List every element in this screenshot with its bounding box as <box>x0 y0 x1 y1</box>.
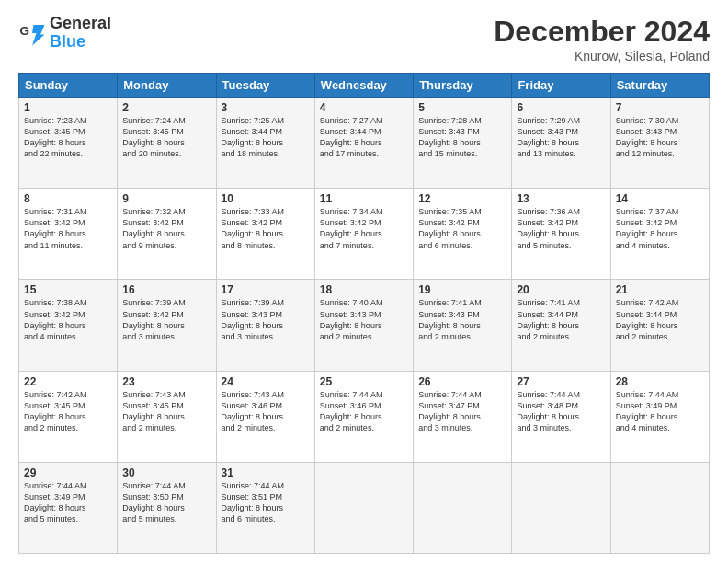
day-cell: 4Sunrise: 7:27 AM Sunset: 3:44 PM Daylig… <box>314 98 413 189</box>
day-info: Sunrise: 7:42 AM Sunset: 3:44 PM Dayligh… <box>616 297 704 342</box>
weekday-monday: Monday <box>118 74 216 98</box>
day-info: Sunrise: 7:23 AM Sunset: 3:45 PM Dayligh… <box>24 115 112 160</box>
day-info: Sunrise: 7:44 AM Sunset: 3:50 PM Dayligh… <box>122 480 210 525</box>
day-cell: 27Sunrise: 7:44 AM Sunset: 3:48 PM Dayli… <box>512 371 610 462</box>
logo-icon: G <box>18 19 46 47</box>
day-cell: 26Sunrise: 7:44 AM Sunset: 3:47 PM Dayli… <box>414 371 512 462</box>
day-number: 24 <box>222 375 310 388</box>
day-cell: 28Sunrise: 7:44 AM Sunset: 3:49 PM Dayli… <box>610 371 709 462</box>
day-cell: 12Sunrise: 7:35 AM Sunset: 3:42 PM Dayli… <box>414 189 512 280</box>
day-number: 21 <box>616 283 704 296</box>
day-number: 20 <box>517 283 605 296</box>
day-info: Sunrise: 7:41 AM Sunset: 3:44 PM Dayligh… <box>517 297 605 342</box>
logo: G General Blue <box>18 15 111 52</box>
title-block: December 2024 Knurow, Silesia, Poland <box>494 15 710 63</box>
weekday-wednesday: Wednesday <box>314 74 413 98</box>
day-number: 18 <box>320 283 408 296</box>
day-cell: 3Sunrise: 7:25 AM Sunset: 3:44 PM Daylig… <box>216 98 314 189</box>
day-cell <box>512 462 610 553</box>
day-number: 6 <box>517 101 605 114</box>
day-info: Sunrise: 7:34 AM Sunset: 3:42 PM Dayligh… <box>320 206 408 251</box>
weekday-tuesday: Tuesday <box>216 74 314 98</box>
day-info: Sunrise: 7:44 AM Sunset: 3:48 PM Dayligh… <box>517 389 605 434</box>
day-number: 19 <box>418 283 506 296</box>
calendar-body: 1Sunrise: 7:23 AM Sunset: 3:45 PM Daylig… <box>19 98 710 554</box>
day-cell: 16Sunrise: 7:39 AM Sunset: 3:42 PM Dayli… <box>118 280 216 371</box>
weekday-header-row: SundayMondayTuesdayWednesdayThursdayFrid… <box>19 74 710 98</box>
day-number: 12 <box>418 192 506 205</box>
day-cell: 17Sunrise: 7:39 AM Sunset: 3:43 PM Dayli… <box>216 280 314 371</box>
day-number: 30 <box>122 466 210 479</box>
week-row-4: 22Sunrise: 7:42 AM Sunset: 3:45 PM Dayli… <box>19 371 710 462</box>
day-number: 29 <box>24 466 112 479</box>
day-cell: 1Sunrise: 7:23 AM Sunset: 3:45 PM Daylig… <box>19 98 118 189</box>
day-info: Sunrise: 7:44 AM Sunset: 3:51 PM Dayligh… <box>222 480 310 525</box>
svg-text:G: G <box>20 23 30 37</box>
day-info: Sunrise: 7:39 AM Sunset: 3:43 PM Dayligh… <box>222 297 310 342</box>
day-info: Sunrise: 7:42 AM Sunset: 3:45 PM Dayligh… <box>24 389 112 434</box>
day-cell: 14Sunrise: 7:37 AM Sunset: 3:42 PM Dayli… <box>610 189 709 280</box>
day-info: Sunrise: 7:44 AM Sunset: 3:47 PM Dayligh… <box>418 389 506 434</box>
day-number: 31 <box>222 466 310 479</box>
weekday-friday: Friday <box>512 74 610 98</box>
day-info: Sunrise: 7:40 AM Sunset: 3:43 PM Dayligh… <box>320 297 408 342</box>
day-info: Sunrise: 7:44 AM Sunset: 3:49 PM Dayligh… <box>616 389 704 434</box>
day-number: 11 <box>320 192 408 205</box>
day-cell: 20Sunrise: 7:41 AM Sunset: 3:44 PM Dayli… <box>512 280 610 371</box>
day-info: Sunrise: 7:25 AM Sunset: 3:44 PM Dayligh… <box>222 115 310 160</box>
day-number: 3 <box>222 101 310 114</box>
day-number: 1 <box>24 101 112 114</box>
day-number: 17 <box>222 283 310 296</box>
day-info: Sunrise: 7:31 AM Sunset: 3:42 PM Dayligh… <box>24 206 112 251</box>
day-cell <box>414 462 512 553</box>
day-cell: 18Sunrise: 7:40 AM Sunset: 3:43 PM Dayli… <box>314 280 413 371</box>
day-cell: 31Sunrise: 7:44 AM Sunset: 3:51 PM Dayli… <box>216 462 314 553</box>
month-title: December 2024 <box>494 15 710 49</box>
day-number: 10 <box>222 192 310 205</box>
weekday-thursday: Thursday <box>414 74 512 98</box>
day-cell: 30Sunrise: 7:44 AM Sunset: 3:50 PM Dayli… <box>118 462 216 553</box>
week-row-2: 8Sunrise: 7:31 AM Sunset: 3:42 PM Daylig… <box>19 189 710 280</box>
day-info: Sunrise: 7:28 AM Sunset: 3:43 PM Dayligh… <box>418 115 506 160</box>
weekday-saturday: Saturday <box>610 74 709 98</box>
day-number: 15 <box>24 283 112 296</box>
page: G General Blue December 2024 Knurow, Sil… <box>0 0 728 563</box>
day-cell: 7Sunrise: 7:30 AM Sunset: 3:43 PM Daylig… <box>610 98 709 189</box>
day-number: 7 <box>616 101 704 114</box>
day-number: 26 <box>418 375 506 388</box>
day-cell <box>610 462 709 553</box>
week-row-5: 29Sunrise: 7:44 AM Sunset: 3:49 PM Dayli… <box>19 462 710 553</box>
day-cell: 8Sunrise: 7:31 AM Sunset: 3:42 PM Daylig… <box>19 189 118 280</box>
day-cell: 29Sunrise: 7:44 AM Sunset: 3:49 PM Dayli… <box>19 462 118 553</box>
svg-marker-1 <box>32 25 45 46</box>
day-info: Sunrise: 7:38 AM Sunset: 3:42 PM Dayligh… <box>24 297 112 342</box>
location: Knurow, Silesia, Poland <box>494 49 710 63</box>
day-cell: 22Sunrise: 7:42 AM Sunset: 3:45 PM Dayli… <box>19 371 118 462</box>
day-info: Sunrise: 7:41 AM Sunset: 3:43 PM Dayligh… <box>418 297 506 342</box>
day-cell: 6Sunrise: 7:29 AM Sunset: 3:43 PM Daylig… <box>512 98 610 189</box>
logo-line1: General <box>50 15 111 33</box>
day-info: Sunrise: 7:39 AM Sunset: 3:42 PM Dayligh… <box>122 297 210 342</box>
day-number: 25 <box>320 375 408 388</box>
day-number: 16 <box>122 283 210 296</box>
day-info: Sunrise: 7:32 AM Sunset: 3:42 PM Dayligh… <box>122 206 210 251</box>
day-number: 27 <box>517 375 605 388</box>
day-cell: 2Sunrise: 7:24 AM Sunset: 3:45 PM Daylig… <box>118 98 216 189</box>
day-info: Sunrise: 7:36 AM Sunset: 3:42 PM Dayligh… <box>517 206 605 251</box>
day-cell: 25Sunrise: 7:44 AM Sunset: 3:46 PM Dayli… <box>314 371 413 462</box>
day-info: Sunrise: 7:35 AM Sunset: 3:42 PM Dayligh… <box>418 206 506 251</box>
day-cell: 10Sunrise: 7:33 AM Sunset: 3:42 PM Dayli… <box>216 189 314 280</box>
day-number: 22 <box>24 375 112 388</box>
weekday-sunday: Sunday <box>19 74 118 98</box>
day-number: 2 <box>122 101 210 114</box>
day-info: Sunrise: 7:27 AM Sunset: 3:44 PM Dayligh… <box>320 115 408 160</box>
day-cell: 24Sunrise: 7:43 AM Sunset: 3:46 PM Dayli… <box>216 371 314 462</box>
day-info: Sunrise: 7:44 AM Sunset: 3:46 PM Dayligh… <box>320 389 408 434</box>
logo-text: General Blue <box>50 15 111 52</box>
day-cell: 9Sunrise: 7:32 AM Sunset: 3:42 PM Daylig… <box>118 189 216 280</box>
day-info: Sunrise: 7:43 AM Sunset: 3:46 PM Dayligh… <box>222 389 310 434</box>
day-number: 13 <box>517 192 605 205</box>
day-cell: 19Sunrise: 7:41 AM Sunset: 3:43 PM Dayli… <box>414 280 512 371</box>
day-number: 4 <box>320 101 408 114</box>
day-cell: 5Sunrise: 7:28 AM Sunset: 3:43 PM Daylig… <box>414 98 512 189</box>
